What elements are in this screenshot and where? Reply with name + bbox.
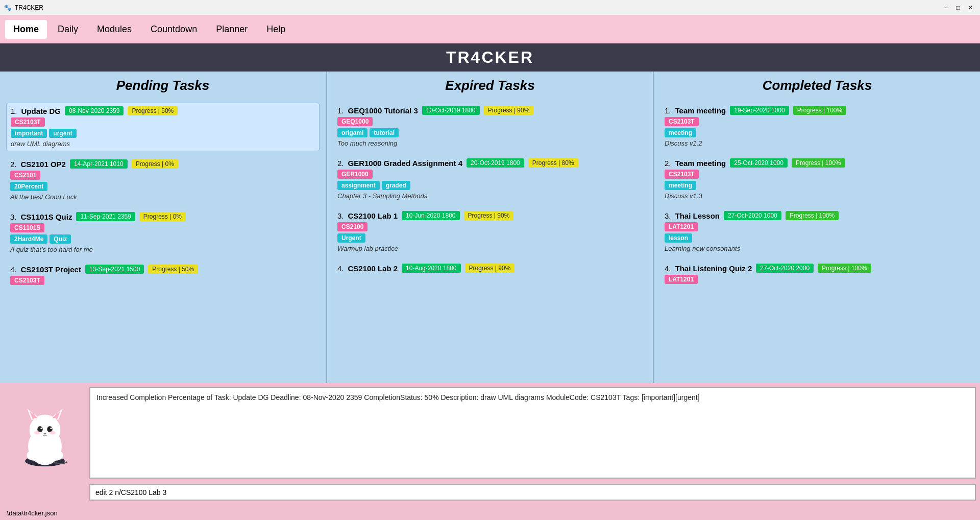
task-name: Thai Listening Quiz 2 [675,264,752,273]
task-name: Team meeting [675,106,726,115]
task-num: 1. [337,106,344,115]
status-path: .\data\tr4cker.json [5,509,58,517]
task-num: 4. [665,264,671,273]
app-title: TR4CKER [446,48,534,67]
task-desc: Learning new consonants [665,245,970,252]
menu-daily[interactable]: Daily [50,20,86,39]
pending-task-3[interactable]: 3. CS1101S Quiz 11-Sep-2021 2359 Progres… [6,209,320,256]
input-row [0,483,980,506]
task-desc: Warmup lab practice [337,245,643,252]
tag: CS2100 [337,222,368,231]
task-num: 4. [10,265,17,274]
tag: tutorial [370,128,399,137]
completed-task-1[interactable]: 1. Team meeting 19-Sep-2020 1000 Progres… [660,103,974,150]
completed-task-2[interactable]: 2. Team meeting 25-Oct-2020 1000 Progres… [660,155,974,203]
pending-task-4[interactable]: 4. CS2103T Project 13-Sep-2021 1500 Prog… [6,262,320,290]
progress-badge: Progress | 100% [786,211,839,220]
pending-task-2[interactable]: 2. CS2101 OP2 14-Apr-2021 1010 Progress … [6,156,320,204]
tag: meeting [665,128,696,137]
menu-planner[interactable]: Planner [208,20,256,39]
tag: CS2101 [10,171,40,180]
minimize-button[interactable]: ─ [940,2,951,13]
svg-point-11 [43,433,46,434]
task-desc: Chapter 3 - Sampling Methods [337,192,643,200]
progress-badge: Progress | 50% [128,106,178,115]
tag: origami [337,128,368,137]
completed-column: Completed Tasks 1. Team meeting 19-Sep-2… [654,72,980,383]
menu-home[interactable]: Home [5,20,47,39]
svg-point-15 [48,450,63,460]
deadline-badge: 14-Apr-2021 1010 [70,159,128,169]
bottom-content: Increased Completion Percentage of Task:… [0,383,980,483]
tag: 2Hard4Me [10,234,47,244]
progress-badge: Progress | 0% [132,159,178,169]
deadline-badge: 10-Aug-2020 1800 [402,264,460,273]
deadline-badge: 11-Sep-2021 2359 [76,212,135,221]
tag: CS2103T [11,117,45,127]
task-desc: A quiz that's too hard for me [10,246,315,253]
task-name: Team meeting [675,159,726,168]
expired-task-4[interactable]: 4. CS2100 Lab 2 10-Aug-2020 1800 Progres… [333,261,647,278]
expired-task-1[interactable]: 1. GEQ1000 Tutorial 3 10-Oct-2019 1800 P… [333,103,647,150]
task-name: CS2101 OP2 [21,160,66,169]
task-name: CS2100 Lab 2 [348,264,398,273]
progress-badge: Progress | 0% [139,212,186,221]
close-button[interactable]: ✕ [965,2,976,13]
status-bar: .\data\tr4cker.json [0,506,980,520]
title-bar-buttons: ─ □ ✕ [940,2,976,13]
log-area: Increased Completion Percentage of Task:… [89,387,976,479]
tag: LAT1201 [665,275,698,284]
svg-point-13 [49,431,55,434]
menu-countdown[interactable]: Countdown [142,20,205,39]
pending-header: Pending Tasks [0,72,326,100]
progress-badge: Progress | 90% [465,264,515,273]
app-icon: 🐾 [4,4,12,11]
pending-body: 1. Update DG 08-Nov-2020 2359 Progress |… [0,100,326,383]
expired-task-2[interactable]: 2. GER1000 Graded Assignment 4 20-Oct-20… [333,155,647,203]
menu-bar: Home Daily Modules Countdown Planner Hel… [0,15,980,43]
progress-badge: Progress | 100% [793,106,847,115]
task-desc: draw UML diagrams [11,140,315,148]
deadline-badge: 27-Oct-2020 1000 [724,211,781,220]
tag: Urgent [337,233,365,243]
pending-task-1[interactable]: 1. Update DG 08-Nov-2020 2359 Progress |… [6,103,320,151]
progress-badge: Progress | 100% [818,264,871,273]
tag: lesson [665,233,692,243]
log-message: Increased Completion Percentage of Task:… [96,393,700,401]
task-name: CS2103T Project [21,265,81,274]
tag: 20Percent [10,182,47,191]
progress-badge: Progress | 50% [148,265,198,274]
expired-task-3[interactable]: 3. CS2100 Lab 1 10-Jun-2020 1800 Progres… [333,208,647,255]
task-desc: Discuss v1.3 [665,192,970,200]
mascot-image [12,400,78,466]
tag: Quiz [50,234,71,244]
menu-modules[interactable]: Modules [89,20,140,39]
deadline-badge: 10-Jun-2020 1800 [402,211,459,220]
progress-badge: Progress | 90% [464,211,514,220]
progress-badge: Progress | 100% [792,158,845,168]
completed-task-4[interactable]: 4. Thai Listening Quiz 2 27-Oct-2020 200… [660,261,974,289]
task-desc: Discuss v1.2 [665,139,970,147]
tag: CS2103T [10,276,44,285]
title-bar-left: 🐾 TR4CKER [4,4,43,11]
task-name: CS2100 Lab 1 [348,211,398,220]
task-name: Update DG [21,107,61,115]
menu-help[interactable]: Help [258,20,293,39]
task-num: 3. [10,212,17,221]
deadline-badge: 19-Sep-2020 1000 [730,106,789,115]
task-desc: All the best Good Luck [10,193,315,201]
task-num: 1. [665,106,671,115]
mascot-area [0,383,89,483]
maximize-button[interactable]: □ [952,2,964,13]
command-input[interactable] [89,484,976,501]
task-num: 2. [665,159,671,168]
tag: urgent [49,129,76,138]
expired-body: 1. GEQ1000 Tutorial 3 10-Oct-2019 1800 P… [327,100,653,383]
completed-header: Completed Tasks [654,72,980,100]
completed-task-3[interactable]: 3. Thai Lesson 27-Oct-2020 1000 Progress… [660,208,974,255]
bottom-area: Increased Completion Percentage of Task:… [0,383,980,506]
svg-point-9 [40,427,42,429]
svg-point-12 [34,431,40,434]
task-num: 1. [11,107,17,115]
deadline-badge: 27-Oct-2020 2000 [756,264,814,273]
